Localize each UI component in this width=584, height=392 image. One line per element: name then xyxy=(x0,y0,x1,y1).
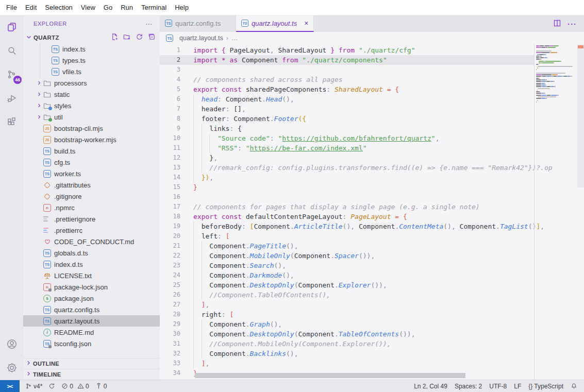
code-line-18[interactable]: 18export const defaultContentPageLayout:… xyxy=(160,212,535,221)
line-number[interactable]: 7 xyxy=(160,104,189,114)
code-line-7[interactable]: 7 header: [], xyxy=(160,104,535,114)
line-number[interactable]: 20 xyxy=(160,231,189,241)
line-number[interactable]: 9 xyxy=(160,124,189,133)
tree-item-styles[interactable]: styles xyxy=(23,100,160,111)
menu-file[interactable]: File xyxy=(2,2,21,13)
tree-item-CODE_OF_CONDUCT.md[interactable]: CODE_OF_CONDUCT.md xyxy=(23,236,160,247)
code-line-14[interactable]: 14 }), xyxy=(160,173,535,182)
notifications-bell-icon[interactable] xyxy=(568,383,580,389)
menu-go[interactable]: Go xyxy=(99,2,116,13)
line-number[interactable]: 25 xyxy=(160,280,189,290)
tree-item-cfg.ts[interactable]: TScfg.ts xyxy=(23,157,160,168)
line-number[interactable]: 11 xyxy=(160,143,189,153)
tree-item-package-lock.json[interactable]: npackage-lock.json xyxy=(23,281,160,293)
line-number[interactable]: 19 xyxy=(160,221,189,231)
line-number[interactable]: 33 xyxy=(160,359,189,368)
remote-indicator[interactable]: >< xyxy=(0,380,20,392)
code-line-15[interactable]: 15} xyxy=(160,182,535,192)
code-line-30[interactable]: 30 Component.DesktopOnly(Component.Table… xyxy=(160,329,535,339)
tree-item-LICENSE.txt[interactable]: LICENSE.txt xyxy=(23,270,160,281)
extensions-icon[interactable] xyxy=(0,110,23,134)
code-line-20[interactable]: 20 left: [ xyxy=(160,231,535,241)
code-line-1[interactable]: 1import { PageLayout, SharedLayout } fro… xyxy=(160,45,535,55)
code-line-29[interactable]: 29 Component.Graph(), xyxy=(160,319,535,329)
tree-item-quartz.config.ts[interactable]: TSquartz.config.ts xyxy=(23,304,160,315)
settings-gear-icon[interactable] xyxy=(0,356,23,380)
menu-terminal[interactable]: Terminal xyxy=(137,2,171,13)
code-line-11[interactable]: 11 "RSS": "https://be-far.com/index.xml" xyxy=(160,143,535,153)
search-icon[interactable] xyxy=(0,39,23,63)
tree-item-README.md[interactable]: iREADME.md xyxy=(23,327,160,338)
code-line-23[interactable]: 23 Component.Search(), xyxy=(160,261,535,270)
line-number[interactable]: 15 xyxy=(160,182,189,192)
line-number[interactable]: 12 xyxy=(160,153,189,163)
code-line-16[interactable]: 16 xyxy=(160,192,535,202)
menu-view[interactable]: View xyxy=(77,2,99,13)
line-number[interactable]: 18 xyxy=(160,212,189,221)
tree-item-quartz.layout.ts[interactable]: TSquartz.layout.ts xyxy=(23,315,160,327)
tree-item-bootstrap-cli.mjs[interactable]: JSbootstrap-cli.mjs xyxy=(23,123,160,134)
code-line-24[interactable]: 24 Component.Darkmode(), xyxy=(160,270,535,280)
tab-quartz.layout.ts[interactable]: TSquartz.layout.ts× xyxy=(236,15,314,32)
tree-item-.prettierignore[interactable]: .prettierignore xyxy=(23,213,160,225)
code-line-22[interactable]: 22 Component.MobileOnly(Component.Spacer… xyxy=(160,251,535,261)
code-line-3[interactable]: 3 xyxy=(160,65,535,75)
breadcrumb-file[interactable]: quartz.layout.ts xyxy=(179,35,223,42)
language-mode[interactable]: {} TypeScript xyxy=(526,383,566,390)
scrollbar-slider[interactable] xyxy=(577,44,584,188)
encoding[interactable]: UTF-8 xyxy=(487,383,509,390)
line-number[interactable]: 4 xyxy=(160,75,189,84)
tree-item-.prettierrc[interactable]: .prettierrc xyxy=(23,225,160,236)
code-line-5[interactable]: 5export const sharedPageComponents: Shar… xyxy=(160,84,535,94)
code-line-25[interactable]: 25 Component.DesktopOnly(Component.Explo… xyxy=(160,280,535,290)
line-number[interactable]: 32 xyxy=(160,349,189,359)
tree-item-worker.ts[interactable]: TSworker.ts xyxy=(23,168,160,179)
tree-item-tsconfig.json[interactable]: TStsconfig.json xyxy=(23,338,160,349)
tree-item-.gitattributes[interactable]: .gitattributes xyxy=(23,179,160,191)
tree-item-static[interactable]: static xyxy=(23,89,160,100)
code-line-13[interactable]: 13 //remark_config: config.plugins.trans… xyxy=(160,163,535,173)
code-line-2[interactable]: 2import * as Component from "./quartz/co… xyxy=(160,55,535,65)
close-tab-icon[interactable]: × xyxy=(304,19,308,27)
menu-edit[interactable]: Edit xyxy=(21,2,41,13)
git-branch-item[interactable]: v4* xyxy=(23,383,45,390)
tree-item-types.ts[interactable]: TStypes.ts xyxy=(23,55,160,66)
code-line-21[interactable]: 21 Component.PageTitle(), xyxy=(160,241,535,251)
tree-item-util[interactable]: util xyxy=(23,111,160,123)
code-line-17[interactable]: 17// components for pages that display a… xyxy=(160,202,535,212)
line-number[interactable]: 14 xyxy=(160,173,189,182)
line-number[interactable]: 5 xyxy=(160,84,189,94)
ports-item[interactable]: 0 xyxy=(93,383,110,390)
code-line-6[interactable]: 6 head: Component.Head(), xyxy=(160,94,535,104)
tree-item-bootstrap-worker.mjs[interactable]: JSbootstrap-worker.mjs xyxy=(23,134,160,145)
code-line-32[interactable]: 32 Component.Backlinks(), xyxy=(160,349,535,359)
tab-quartz.config.ts[interactable]: TSquartz.config.ts xyxy=(160,15,236,32)
line-number[interactable]: 28 xyxy=(160,310,189,319)
tree-item-.npmrc[interactable]: n.npmrc xyxy=(23,202,160,213)
tree-item-globals.d.ts[interactable]: TSglobals.d.ts xyxy=(23,247,160,259)
line-number[interactable]: 27 xyxy=(160,300,189,310)
accounts-icon[interactable] xyxy=(0,332,23,356)
code-line-9[interactable]: 9 links: { xyxy=(160,124,535,133)
line-number[interactable]: 26 xyxy=(160,290,189,300)
horizontal-scrollbar[interactable] xyxy=(195,373,465,378)
minimap[interactable] xyxy=(534,44,577,380)
code-line-19[interactable]: 19 beforeBody: [Component.ArticleTitle()… xyxy=(160,221,535,231)
code-line-8[interactable]: 8 footer: Component.Footer({ xyxy=(160,114,535,124)
tree-item-processors[interactable]: processors xyxy=(23,77,160,89)
menu-help[interactable]: Help xyxy=(171,2,193,13)
line-number[interactable]: 6 xyxy=(160,94,189,104)
sync-icon[interactable] xyxy=(46,383,58,389)
line-number[interactable]: 8 xyxy=(160,114,189,124)
line-number[interactable]: 24 xyxy=(160,270,189,280)
collapse-folders-icon[interactable] xyxy=(148,33,156,42)
line-number[interactable]: 21 xyxy=(160,241,189,251)
line-number[interactable]: 3 xyxy=(160,65,189,75)
new-file-icon[interactable] xyxy=(111,33,119,42)
new-folder-icon[interactable] xyxy=(123,33,131,42)
line-number[interactable]: 17 xyxy=(160,202,189,212)
eol-sequence[interactable]: LF xyxy=(511,383,524,390)
breadcrumb-more[interactable]: … xyxy=(231,35,238,42)
code-line-10[interactable]: 10 "Source code": "https://github.com/bf… xyxy=(160,133,535,143)
tree-item-index.d.ts[interactable]: TSindex.d.ts xyxy=(23,259,160,270)
